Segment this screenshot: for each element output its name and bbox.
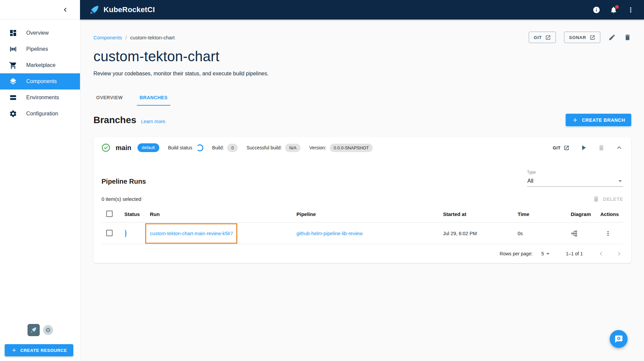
dropdown-caret-icon <box>618 180 622 182</box>
breadcrumb-current: custom-tekton-chart <box>130 35 175 40</box>
trash-icon <box>593 195 600 203</box>
pencil-icon <box>608 34 616 41</box>
build-status-label: Build status <box>168 145 192 150</box>
diagram-tree-icon <box>571 230 578 237</box>
branch-card-header: main default Build status Build: 0 Succe… <box>102 137 623 158</box>
table-header-row: Status Run Pipeline Started at Time Diag… <box>102 206 623 223</box>
tab-branches[interactable]: BRANCHES <box>137 90 170 106</box>
topbar-actions <box>593 6 635 14</box>
sidebar-item-environments[interactable]: Environments <box>0 89 80 106</box>
sonar-link-button[interactable]: SONAR <box>564 32 600 43</box>
delete-component-button[interactable] <box>624 34 631 41</box>
delete-runs-label: DELETE <box>603 196 623 202</box>
run-time: 0s <box>513 231 566 236</box>
plus-icon <box>572 117 578 123</box>
version-label: Version: <box>309 145 326 150</box>
sidebar-item-label: Environments <box>26 95 59 101</box>
collapse-sidebar-button[interactable] <box>61 6 69 14</box>
breadcrumb-separator: / <box>125 35 127 40</box>
play-icon <box>579 144 588 152</box>
column-started-at: Started at <box>438 211 513 217</box>
git-link-button[interactable]: GIT <box>529 32 556 43</box>
branches-heading: Branches <box>93 115 136 125</box>
create-resource-button[interactable]: CREATE RESOURCE <box>5 344 73 356</box>
breadcrumb: Components / custom-tekton-chart <box>93 35 175 40</box>
column-run: Run <box>145 211 292 217</box>
pagination: Rows per page: 5 1–1 of 1 <box>102 244 623 263</box>
run-actions-button[interactable] <box>600 230 612 237</box>
main-content: Components / custom-tekton-chart GIT SON… <box>80 20 644 361</box>
info-icon <box>593 6 600 14</box>
feather-icon <box>30 327 37 333</box>
delete-runs-button[interactable]: DELETE <box>593 195 623 203</box>
notification-badge <box>615 5 619 9</box>
sidebar: Overview Pipelines Marketplace Component… <box>0 0 80 361</box>
successful-build-chip: N/A <box>285 144 300 152</box>
sidebar-item-overview[interactable]: Overview <box>0 25 80 41</box>
sidebar-item-components[interactable]: Components <box>0 73 80 89</box>
run-status-spinner <box>124 230 126 237</box>
info-button[interactable] <box>593 6 600 14</box>
layers-icon <box>9 77 17 85</box>
breadcrumb-components-link[interactable]: Components <box>93 35 122 40</box>
sidebar-logo-button[interactable] <box>28 324 40 336</box>
external-link-icon <box>545 35 551 40</box>
delete-branch-button[interactable] <box>598 144 605 151</box>
chevron-right-icon <box>615 250 623 258</box>
collapse-branch-button[interactable] <box>615 144 623 152</box>
sidebar-footer: CREATE RESOURCE <box>0 324 80 361</box>
select-all-checkbox[interactable] <box>106 211 113 217</box>
component-actions: GIT SONAR <box>529 32 631 43</box>
sidebar-item-marketplace[interactable]: Marketplace <box>0 57 80 73</box>
default-branch-chip: default <box>137 143 159 152</box>
success-check-icon <box>102 143 110 152</box>
edit-component-button[interactable] <box>608 34 616 41</box>
column-actions: Actions <box>596 211 623 217</box>
row-checkbox[interactable] <box>106 230 113 236</box>
chevron-up-icon <box>615 144 623 152</box>
notifications-button[interactable] <box>610 6 617 14</box>
app-logo: KubeRocketCI <box>89 5 155 15</box>
pagination-range: 1–1 of 1 <box>566 251 583 256</box>
sidebar-nav: Overview Pipelines Marketplace Component… <box>0 20 80 122</box>
successful-build-label: Successful build: <box>246 145 282 150</box>
run-pipeline-button[interactable] <box>579 144 588 152</box>
plus-icon <box>11 347 17 353</box>
column-diagram: Diagram <box>566 211 596 217</box>
sidebar-item-label: Marketplace <box>26 62 55 68</box>
sidebar-item-configuration[interactable]: Configuration <box>0 106 80 122</box>
sidebar-item-pipelines[interactable]: Pipelines <box>0 41 80 57</box>
dashboard-icon <box>9 29 17 37</box>
pipelines-icon <box>9 45 17 53</box>
rows-per-page-value: 5 <box>541 251 544 256</box>
more-menu-button[interactable] <box>627 6 635 14</box>
topbar: KubeRocketCI <box>80 0 644 20</box>
create-branch-label: CREATE BRANCH <box>582 117 625 123</box>
column-time: Time <box>513 211 566 217</box>
learn-more-link[interactable]: Learn more. <box>141 119 166 124</box>
next-page-button[interactable] <box>615 250 623 258</box>
chat-fab-button[interactable] <box>610 330 628 348</box>
create-branch-button[interactable]: CREATE BRANCH <box>566 114 631 126</box>
rows-per-page-select[interactable]: 5 <box>541 251 550 256</box>
branch-card: main default Build status Build: 0 Succe… <box>93 137 631 263</box>
type-filter-select[interactable]: All <box>527 176 623 187</box>
column-status: Status <box>118 211 145 217</box>
tab-overview[interactable]: OVERVIEW <box>93 90 125 106</box>
sidebar-item-label: Pipelines <box>26 46 48 52</box>
pipeline-runs-heading: Pipeline Runs <box>102 178 146 187</box>
branch-git-link-button[interactable]: GIT <box>553 145 569 151</box>
pipeline-runs-table: Status Run Pipeline Started at Time Diag… <box>102 206 623 244</box>
external-link-icon <box>590 35 595 40</box>
kebab-menu-icon <box>604 230 612 237</box>
run-started-at: Jul 29, 6:02 PM <box>438 231 513 236</box>
kuberocketci-logo-icon <box>89 5 99 15</box>
run-diagram-button[interactable] <box>571 230 578 237</box>
branch-name: main <box>116 144 131 152</box>
pipeline-link[interactable]: github-helm-pipeline-lib-review <box>296 231 363 236</box>
chevron-left-icon <box>597 250 605 258</box>
chevron-left-icon <box>61 6 69 14</box>
run-link[interactable]: custom-tekton-chart-main-review-k5lr7 <box>150 231 233 236</box>
sidebar-settings-button[interactable] <box>43 325 53 335</box>
previous-page-button[interactable] <box>597 250 605 258</box>
